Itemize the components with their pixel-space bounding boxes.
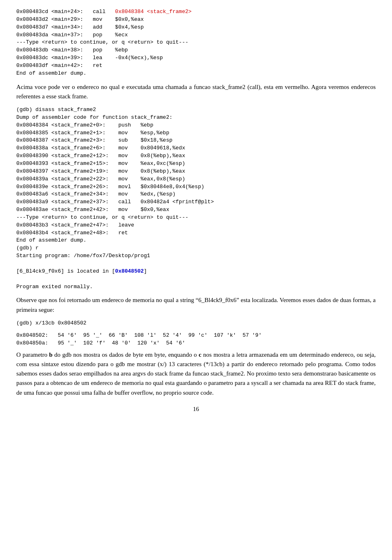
hex-line-2: 0x804850a: 95 '_' 102 'f' 48 '0' 120 'x'…: [16, 340, 376, 346]
code-line-2: (gdb) disass stack_frame2 Dump of assemb…: [16, 107, 214, 289]
page-number: 16: [16, 406, 376, 413]
bold-b: b: [49, 351, 52, 358]
code-line: 0x080483cd <main+24>: call 0x8048384 <st…: [16, 9, 192, 76]
call-address: 0x8048384 <stack_frame2>: [115, 9, 192, 15]
hex-line-1: 0x8048502: 54 '6' 95 '_' 66 'B' 108 'l' …: [16, 332, 376, 338]
gdb-command: (gdb) x/13cb 0x8048502: [16, 320, 376, 327]
paragraph-2: Observe que nos foi retornado um enderec…: [16, 296, 376, 315]
address-highlight: 0x8048502: [115, 268, 144, 274]
paragraph-1: Acima voce pode ver o endereco no qual e…: [16, 82, 376, 102]
page-content: 0x080483cd <main+24>: call 0x8048384 <st…: [16, 8, 376, 413]
paragraph-3: O parametro b do gdb nos mostra os dados…: [16, 350, 376, 398]
code-block-1: 0x080483cd <main+24>: call 0x8048384 <st…: [16, 8, 376, 78]
bold-c: c: [198, 351, 201, 358]
hex-output: 0x8048502: 54 '6' 95 '_' 66 'B' 108 'l' …: [16, 332, 376, 346]
code-block-2: (gdb) disass stack_frame2 Dump of assemb…: [16, 106, 376, 291]
